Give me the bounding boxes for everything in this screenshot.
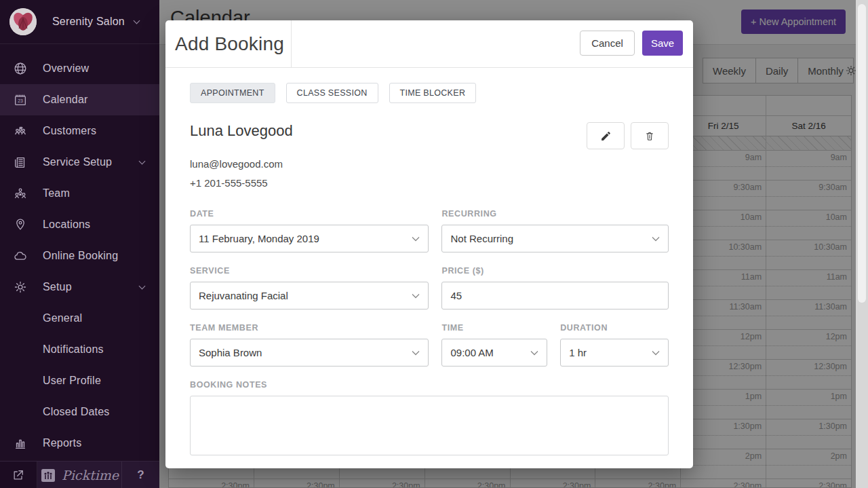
sidebar-item[interactable]: Customers — [0, 115, 159, 147]
business-switcher[interactable]: Serenity Salon — [0, 0, 159, 44]
service-select[interactable]: Rejuvanating Facial — [190, 282, 429, 309]
duration-label: DURATION — [560, 323, 669, 333]
sidebar-item-label: Setup — [43, 281, 72, 293]
sidebar-item-label: Reports — [43, 437, 81, 449]
sidebar-item[interactable]: Reports — [0, 428, 159, 459]
sidebar-item-label: Notifications — [43, 343, 104, 356]
recurring-select[interactable]: Not Recurring — [441, 225, 669, 252]
edit-customer-button[interactable] — [587, 122, 625, 149]
no-icon — [12, 404, 28, 420]
sidebar-item[interactable]: Online Booking — [0, 240, 159, 271]
sidebar: Serenity Salon Overview 23 Calendar Cust… — [0, 0, 159, 488]
globe-icon — [12, 60, 28, 77]
time-select[interactable]: 09:00 AM — [441, 339, 547, 367]
modal-title: Add Booking — [175, 33, 284, 55]
customer-section: Luna Lovegood — [190, 122, 669, 149]
time-value: 09:00 AM — [450, 347, 493, 358]
booking-notes-input[interactable] — [190, 396, 669, 455]
customer-name: Luna Lovegood — [190, 122, 293, 140]
cloud-icon — [12, 248, 28, 264]
price-field — [441, 282, 669, 309]
chevron-down-icon — [652, 236, 660, 242]
svg-text:23: 23 — [18, 98, 23, 103]
chevron-down-icon — [139, 283, 146, 290]
sidebar-item-label: General — [43, 312, 82, 324]
cancel-button[interactable]: Cancel — [580, 31, 635, 56]
external-link-button[interactable] — [0, 462, 37, 488]
sidebar-item[interactable]: Service Setup — [0, 147, 159, 178]
sidebar-item-label: Calendar — [43, 94, 88, 106]
duration-value: 1 hr — [569, 347, 587, 358]
team-member-select[interactable]: Sophia Brown — [190, 339, 429, 367]
duration-select[interactable]: 1 hr — [560, 339, 669, 367]
no-icon — [12, 373, 28, 389]
sidebar-item[interactable]: General — [0, 303, 159, 334]
service-label: SERVICE — [190, 266, 429, 276]
chevron-down-icon — [412, 293, 420, 299]
picktime-brand[interactable]: Picktime — [37, 462, 122, 488]
tab-appointment[interactable]: APPOINTMENT — [190, 83, 275, 103]
sidebar-footer: Picktime ? — [0, 461, 159, 488]
vertical-scrollbar[interactable] — [856, 0, 868, 488]
recurring-label: RECURRING — [441, 209, 669, 219]
chevron-down-icon — [139, 158, 146, 165]
team-icon — [12, 185, 28, 202]
add-booking-modal: Add Booking Cancel Save APPOINTMENT CLAS… — [165, 20, 693, 468]
delete-customer-button[interactable] — [631, 122, 669, 149]
sidebar-item[interactable]: Team — [0, 178, 159, 209]
sidebar-item-label: Online Booking — [43, 250, 118, 262]
booking-type-tabs: APPOINTMENT CLASS SESSION TIME BLOCKER — [190, 83, 669, 103]
picktime-logo-icon — [40, 467, 56, 483]
pencil-icon — [600, 130, 612, 142]
booking-notes-label: BOOKING NOTES — [190, 380, 669, 390]
location-pin-icon — [12, 217, 28, 233]
sidebar-item-label: User Profile — [43, 375, 101, 387]
picktime-brand-label: Picktime — [62, 468, 119, 483]
service-value: Rejuvanating Facial — [199, 290, 288, 301]
no-icon — [12, 341, 28, 358]
sidebar-item[interactable]: Setup — [0, 271, 159, 303]
flower-logo-icon — [9, 8, 37, 35]
no-icon — [12, 310, 28, 326]
help-button[interactable]: ? — [122, 462, 159, 488]
date-select[interactable]: 11 February, Monday 2019 — [190, 225, 429, 252]
customer-phone: +1 201-555-5555 — [190, 177, 669, 189]
sidebar-item[interactable]: Locations — [0, 209, 159, 240]
price-label: PRICE ($) — [441, 266, 669, 276]
sidebar-item[interactable]: 23 Calendar — [0, 84, 159, 115]
calendar-icon: 23 — [12, 92, 28, 108]
sidebar-item-label: Team — [43, 187, 70, 200]
customer-email: luna@lovegood.com — [190, 158, 669, 170]
sidebar-item[interactable]: Overview — [0, 53, 159, 84]
team-member-value: Sophia Brown — [199, 347, 262, 358]
sidebar-item-label: Overview — [43, 62, 89, 75]
customers-icon — [12, 123, 28, 139]
business-name: Serenity Salon — [52, 16, 125, 28]
sidebar-item[interactable]: Notifications — [0, 334, 159, 365]
sidebar-item-label: Service Setup — [43, 156, 112, 168]
modal-body: APPOINTMENT CLASS SESSION TIME BLOCKER L… — [165, 83, 693, 455]
tab-class-session[interactable]: CLASS SESSION — [286, 83, 378, 103]
service-setup-icon — [12, 154, 28, 170]
sidebar-item[interactable]: User Profile — [0, 365, 159, 396]
date-label: DATE — [190, 209, 429, 219]
help-icon: ? — [137, 468, 144, 482]
team-member-label: TEAM MEMBER — [190, 323, 429, 333]
scrollbar-thumb[interactable] — [858, 4, 866, 303]
date-value: 11 February, Monday 2019 — [199, 233, 319, 244]
chevron-down-icon — [133, 17, 140, 24]
trash-icon — [644, 130, 655, 142]
sidebar-item-label: Customers — [43, 125, 96, 137]
price-input[interactable] — [450, 290, 660, 301]
chevron-down-icon — [412, 236, 420, 242]
modal-header: Add Booking Cancel Save — [165, 20, 693, 68]
tab-time-blocker[interactable]: TIME BLOCKER — [389, 83, 477, 103]
sidebar-item-label: Locations — [43, 219, 90, 231]
time-label: TIME — [441, 323, 547, 333]
sidebar-nav: Overview 23 Calendar Customers Service S… — [0, 45, 159, 488]
sidebar-item-label: Closed Dates — [43, 406, 109, 418]
sidebar-item[interactable]: Closed Dates — [0, 396, 159, 428]
chevron-down-icon — [530, 350, 538, 356]
save-button[interactable]: Save — [642, 31, 683, 56]
chevron-down-icon — [412, 350, 420, 356]
